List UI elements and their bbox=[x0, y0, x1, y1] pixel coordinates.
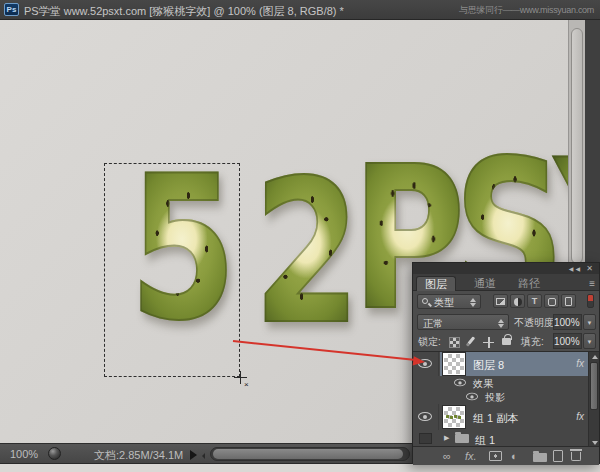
layer-filter-row: 类型 T bbox=[413, 291, 599, 312]
zoom-level-field[interactable]: 100% bbox=[10, 448, 38, 460]
eye-icon[interactable] bbox=[418, 412, 432, 421]
tab-channels[interactable]: 通道 bbox=[466, 276, 504, 291]
photoshop-window: Ps PS学堂 www.52psxt.com [猕猴桃字效] @ 100% (图… bbox=[0, 0, 600, 472]
collapse-panel-icon[interactable]: ◀◀ bbox=[569, 266, 582, 272]
lock-transparency-icon[interactable] bbox=[449, 335, 460, 348]
group-folder-icon bbox=[455, 434, 469, 443]
status-tick-icon bbox=[202, 453, 205, 459]
layer-name[interactable]: 组 1 bbox=[475, 433, 495, 447]
opacity-dropdown-icon[interactable]: ▼ bbox=[583, 314, 596, 330]
app-icon: Ps bbox=[4, 3, 19, 16]
filter-type-select[interactable]: 类型 bbox=[417, 294, 481, 309]
watermark-text: 与思缘同行——www.missyuan.com bbox=[459, 4, 594, 17]
canvas-vertical-scrollbar-thumb[interactable] bbox=[571, 28, 583, 264]
panel-menu-icon[interactable]: ≡ bbox=[589, 278, 595, 289]
blend-mode-select[interactable]: 正常 bbox=[417, 314, 509, 330]
layer8-thumbnail[interactable] bbox=[443, 353, 465, 375]
blend-mode-row: 正常 不透明度: 100% ▼ bbox=[413, 312, 599, 332]
layer-name[interactable]: 图层 8 bbox=[473, 358, 504, 373]
document-size-info: 文档:2.85M/34.1M bbox=[94, 448, 183, 463]
status-flyout-arrow-icon[interactable] bbox=[190, 450, 197, 460]
layer-row-effects[interactable]: 效果 bbox=[413, 376, 590, 390]
blend-mode-value: 正常 bbox=[423, 317, 443, 331]
expand-group-icon[interactable]: ▶ bbox=[444, 434, 449, 442]
eye-icon[interactable] bbox=[454, 379, 466, 387]
layer-list: 图层 8 fx 效果 投影 组 1 副本 fx bbox=[413, 351, 599, 447]
canvas-horizontal-scrollbar-thumb[interactable] bbox=[213, 449, 403, 459]
new-group-icon[interactable] bbox=[533, 453, 547, 462]
dropshadow-label: 投影 bbox=[485, 391, 505, 405]
layer-row-dropshadow[interactable]: 投影 bbox=[413, 390, 590, 404]
visibility-cell[interactable] bbox=[413, 404, 439, 430]
layer-row-group1[interactable]: ▶ 组 1 bbox=[413, 430, 590, 447]
new-layer-icon[interactable] bbox=[553, 450, 563, 462]
eye-icon[interactable] bbox=[466, 393, 478, 401]
shape-layer-filter-icon[interactable] bbox=[544, 294, 559, 308]
scroll-down-icon[interactable] bbox=[592, 441, 598, 445]
document-title: PS学堂 www.52psxt.com [猕猴桃字效] @ 100% (图层 8… bbox=[24, 4, 344, 19]
smart-object-filter-icon[interactable] bbox=[561, 294, 576, 308]
layer-style-icon[interactable]: fx. bbox=[465, 450, 477, 462]
layer-effects-badge[interactable]: fx bbox=[576, 358, 584, 369]
kiwi-letter-2: 2 bbox=[253, 154, 360, 352]
opacity-label: 不透明度: bbox=[514, 316, 557, 330]
lock-pixels-icon[interactable] bbox=[469, 334, 472, 347]
adjustment-layer-filter-icon[interactable] bbox=[510, 294, 525, 308]
hidden-visibility-box[interactable] bbox=[419, 433, 432, 444]
chevron-updown-icon bbox=[498, 319, 505, 328]
fill-value[interactable]: 100% bbox=[553, 333, 582, 349]
close-panel-icon[interactable]: ✕ bbox=[586, 264, 595, 273]
status-sphere-icon bbox=[48, 447, 61, 460]
layer-list-scrollbar-thumb[interactable] bbox=[590, 362, 598, 410]
tab-paths[interactable]: 路径 bbox=[510, 276, 548, 291]
eye-icon[interactable] bbox=[418, 359, 432, 368]
tab-layers[interactable]: 图层 bbox=[416, 276, 456, 291]
canvas-horizontal-scrollbar[interactable] bbox=[210, 447, 410, 461]
visibility-cell[interactable] bbox=[413, 352, 439, 376]
filter-toggle-switch[interactable] bbox=[587, 294, 594, 308]
type-layer-filter-icon[interactable]: T bbox=[527, 294, 542, 308]
title-bar[interactable]: Ps PS学堂 www.52psxt.com [猕猴桃字效] @ 100% (图… bbox=[0, 0, 600, 20]
pixel-layer-filter-icon[interactable] bbox=[493, 294, 508, 308]
adjustment-layer-icon[interactable]: ◐ bbox=[511, 450, 518, 462]
window-bottom-edge bbox=[0, 464, 600, 472]
fill-label: 填充: bbox=[521, 335, 544, 349]
lock-all-icon[interactable] bbox=[502, 332, 511, 345]
panel-title-bar: ◀◀ ✕ bbox=[413, 263, 599, 274]
layer-list-scrollbar[interactable] bbox=[588, 352, 599, 447]
scroll-up-icon[interactable] bbox=[592, 355, 598, 359]
lock-row: 锁定: 填充: 100% ▼ bbox=[413, 332, 599, 351]
delete-layer-icon[interactable] bbox=[571, 452, 581, 461]
layer-name[interactable]: 组 1 副本 bbox=[473, 411, 518, 426]
effects-label: 效果 bbox=[473, 377, 493, 391]
lock-label: 锁定: bbox=[418, 335, 441, 349]
layer-row-group1-copy[interactable]: 组 1 副本 fx bbox=[413, 404, 590, 430]
opacity-value[interactable]: 100% bbox=[553, 314, 582, 330]
filter-type-label: 类型 bbox=[434, 296, 454, 310]
marquee-selection[interactable] bbox=[104, 163, 240, 377]
chevron-updown-icon bbox=[470, 298, 477, 307]
fill-dropdown-icon[interactable]: ▼ bbox=[583, 333, 596, 349]
lock-position-icon[interactable] bbox=[483, 335, 494, 348]
layer-effects-badge[interactable]: fx bbox=[576, 411, 584, 422]
layers-panel: ◀◀ ✕ 图层 通道 路径 ≡ 类型 T 正常 bbox=[412, 262, 600, 464]
group1-copy-thumbnail[interactable] bbox=[443, 406, 465, 428]
marquee-cursor-x: × bbox=[244, 380, 249, 389]
search-icon bbox=[422, 298, 428, 304]
panel-bottom-bar: ∞ fx. ◐ bbox=[413, 447, 599, 465]
layer-row-layer8[interactable]: 图层 8 fx bbox=[413, 352, 590, 376]
add-mask-icon[interactable] bbox=[489, 451, 502, 461]
link-layers-icon[interactable]: ∞ bbox=[443, 450, 451, 462]
panel-tabs: 图层 通道 路径 ≡ bbox=[413, 274, 599, 291]
